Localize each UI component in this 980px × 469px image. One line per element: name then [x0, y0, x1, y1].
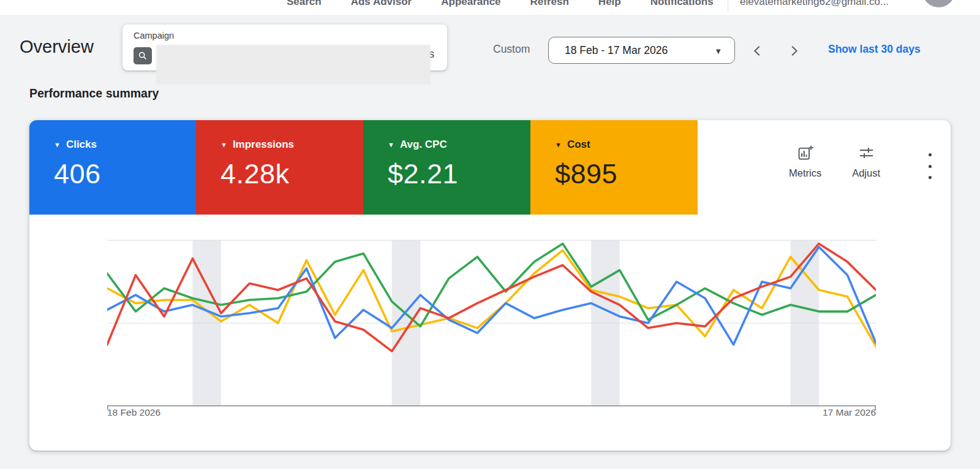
scorecard-label: Impressions [233, 139, 294, 151]
metrics-button[interactable]: Metrics [789, 145, 821, 179]
campaign-selector-label: Campaign [134, 31, 174, 40]
date-range-mode-label: Custom [493, 43, 530, 56]
performance-summary-heading: Performance summary [29, 86, 159, 101]
scorecard-label: Avg. CPC [400, 139, 447, 151]
nav-notifications[interactable]: Notifications [650, 0, 714, 8]
next-period-button[interactable] [783, 40, 804, 61]
google-ads-overview-page: Search Ads Advisor Appearance Refresh He… [0, 0, 980, 469]
nav-appearance[interactable]: Appearance [441, 0, 500, 8]
nav-ads-advisor[interactable]: Ads Advisor [351, 0, 412, 8]
more-options-kebab-icon[interactable] [918, 152, 942, 180]
chevron-down-icon[interactable]: ▼ [54, 141, 61, 148]
redacted-campaign-name [156, 45, 431, 85]
adjust-sliders-icon [858, 145, 875, 164]
scorecard-impressions[interactable]: ▼Impressions 4.28k [196, 120, 363, 215]
chevron-down-icon[interactable]: ▼ [555, 141, 562, 148]
performance-summary-card: ▼Clicks 406 ▼Impressions 4.28k ▼Avg. CPC… [29, 120, 951, 451]
nav-search[interactable]: Search [287, 0, 322, 8]
scorecard-value: 4.28k [221, 158, 363, 190]
chart-actions: Metrics Adjust [789, 145, 880, 179]
magnifier-icon[interactable] [134, 47, 152, 64]
scorecard-label: Clicks [66, 139, 97, 151]
topbar-divider [728, 0, 728, 11]
date-range-picker[interactable]: 18 Feb - 17 Mar 2026 ▼ [548, 37, 735, 64]
scorecard-label: Cost [567, 139, 590, 151]
scorecard-value: $2.21 [388, 158, 530, 190]
show-last-30-days-link[interactable]: Show last 30 days [828, 43, 921, 56]
metrics-icon [797, 145, 813, 164]
account-email[interactable]: elevatemarketing62@gmail.co... [740, 0, 889, 8]
adjust-button-label: Adjust [852, 167, 880, 179]
top-nav-items: Search Ads Advisor Appearance Refresh He… [287, 0, 714, 8]
chevron-down-icon[interactable]: ▼ [221, 141, 227, 148]
scorecard-value: 406 [54, 158, 196, 190]
x-axis-start-label: 18 Feb 2026 [107, 407, 160, 418]
scorecard-cost[interactable]: ▼Cost $895 [530, 120, 698, 215]
top-navigation-bar: Search Ads Advisor Appearance Refresh He… [0, 0, 980, 15]
performance-chart [107, 237, 876, 414]
date-range-value: 18 Feb - 17 Mar 2026 [565, 44, 668, 57]
page-title: Overview [20, 37, 94, 57]
x-axis-end-label: 17 Mar 2026 [796, 407, 876, 418]
scorecard-avg-cpc[interactable]: ▼Avg. CPC $2.21 [363, 120, 530, 215]
chevron-down-icon[interactable]: ▼ [388, 141, 394, 148]
nav-help[interactable]: Help [598, 0, 621, 8]
previous-period-button[interactable] [747, 40, 768, 61]
chevron-down-icon: ▼ [714, 47, 722, 56]
scorecard-clicks[interactable]: ▼Clicks 406 [29, 120, 196, 215]
adjust-button[interactable]: Adjust [852, 145, 880, 179]
account-avatar[interactable] [922, 0, 955, 7]
nav-refresh[interactable]: Refresh [530, 0, 569, 8]
scorecard-value: $895 [555, 158, 698, 190]
metrics-button-label: Metrics [789, 167, 821, 179]
